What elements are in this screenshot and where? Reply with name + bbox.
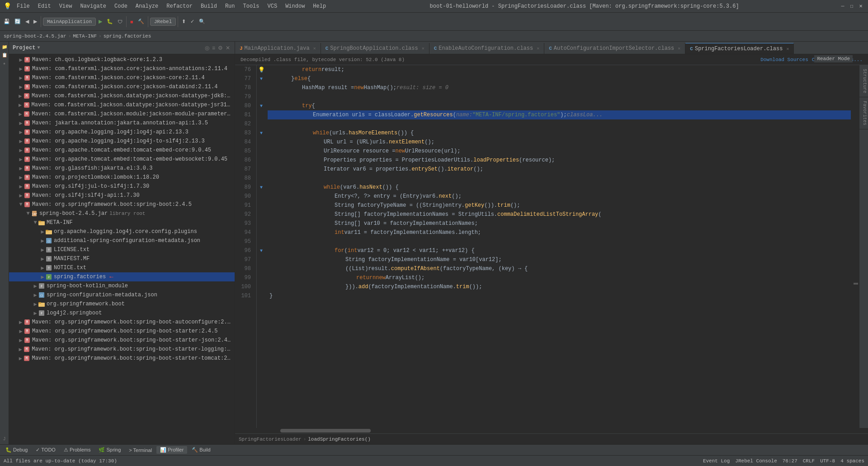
tree-item-boot-autoconfigure[interactable]: ▶MMaven: org.springframework.boot:spring… (9, 318, 235, 327)
tree-item-log4j-slf4j[interactable]: ▶MMaven: org.apache.logging.log4j:log4j-… (9, 137, 235, 146)
tree-item-logback[interactable]: ▶MMaven: ch.qos.logback:logback-core:1.2… (9, 55, 235, 64)
tree-expand-tomcat-embed[interactable]: ▶ (18, 147, 24, 154)
run-config-selector[interactable]: MainApplication (43, 18, 96, 26)
maximize-button[interactable]: □ (848, 3, 855, 10)
tree-expand-slf4j[interactable]: ▶ (18, 192, 24, 199)
download-sources-link[interactable]: Download Sources (760, 57, 808, 62)
menu-item-analyze[interactable]: Analyze (132, 2, 162, 10)
tree-expand-org-springframework-boot[interactable]: ▶ (33, 301, 38, 308)
debug-button[interactable]: 🐛 (105, 15, 115, 28)
editor-tab-3[interactable]: CAutoConfigurationImportSelector.class✕ (544, 43, 685, 54)
panel-locate-button[interactable]: ◎ (204, 44, 210, 52)
editor-breadcrumb-class[interactable]: SpringFactoriesLoader (239, 437, 302, 442)
stop-button[interactable]: ■ (128, 15, 135, 28)
tree-item-jul-slf4j[interactable]: ▶MMaven: org.slf4j:jul-to-slf4j:1.7.30 (9, 182, 235, 191)
build-button[interactable]: 🔨 (136, 15, 146, 28)
tree-item-jackson-core[interactable]: ▶MMaven: com.fasterxml.jackson.core:jack… (9, 73, 235, 82)
tree-expand-boot-starter-logging[interactable]: ▶ (18, 346, 23, 353)
tree-expand-tomcat-ws[interactable]: ▶ (18, 156, 24, 163)
run-with-coverage-button[interactable]: 🛡 (116, 15, 124, 28)
tree-expand-spring-config-meta[interactable]: ▶ (33, 292, 38, 299)
tree-expand-jackson-jsr310[interactable]: ▶ (18, 102, 23, 109)
tree-item-tomcat-ws[interactable]: ▶MMaven: org.apache.tomcat.embed:tomcat-… (9, 155, 235, 164)
tree-expand-jakarta-ann[interactable]: ▶ (18, 120, 24, 127)
fold-icon[interactable]: ▼ (260, 76, 263, 81)
tree-expand-spring-factories[interactable]: ▶ (40, 274, 45, 281)
sync-button[interactable]: 🔄 (13, 15, 23, 28)
tree-item-lombok[interactable]: ▶MMaven: org.projectlombok:lombok:1.18.2… (9, 173, 235, 182)
menu-item-refactor[interactable]: Refactor (163, 2, 196, 10)
menu-item-file[interactable]: File (13, 2, 33, 10)
tree-item-org-springframework-boot[interactable]: ▶org.springframework.boot (9, 300, 235, 309)
tree-item-spring-boot-jar[interactable]: ▼MMaven: org.springframework.boot:spring… (9, 200, 235, 209)
menu-item-edit[interactable]: Edit (34, 2, 55, 10)
tree-item-log4j-api[interactable]: ▶MMaven: org.apache.logging.log4j:log4j-… (9, 128, 235, 137)
tree-item-add-spring-config[interactable]: ▶{}additional-spring-configuration-metad… (9, 236, 235, 245)
breadcrumb-part-2[interactable]: META-INF (73, 33, 97, 39)
panel-settings-button[interactable]: ⚙ (217, 44, 224, 52)
right-tab-favorites[interactable]: Favorites (859, 97, 868, 129)
panel-close-button[interactable]: ✕ (225, 44, 231, 52)
save-all-button[interactable]: 💾 (2, 15, 12, 28)
indent-setting[interactable]: 4 spaces (840, 458, 864, 464)
bottom-btn-debug[interactable]: 🐛 Debug (2, 446, 31, 454)
tree-item-spring-factories[interactable]: ▶Pspring.factories← (9, 272, 235, 281)
bottom-btn-spring[interactable]: 🌿 Spring (95, 446, 124, 454)
tree-expand-jackson-core[interactable]: ▶ (18, 75, 24, 81)
tree-expand-logback[interactable]: ▶ (18, 57, 24, 63)
tree-item-jackson-jsr310[interactable]: ▶MMaven: com.fasterxml.jackson.datatype:… (9, 100, 235, 109)
vcs-commit-button[interactable]: ✓ (189, 15, 196, 28)
tree-item-manifest[interactable]: ▶TMANIFEST.MF (9, 254, 235, 263)
tree-expand-lombok[interactable]: ▶ (18, 174, 24, 181)
menu-item-help[interactable]: Help (309, 2, 330, 10)
editor-tab-1[interactable]: CSpringBootApplication.class✕ (321, 43, 429, 54)
tree-item-boot-starter-logging[interactable]: ▶MMaven: org.springframework.boot:spring… (9, 345, 235, 354)
tree-item-boot-starter[interactable]: ▶MMaven: org.springframework.boot:spring… (9, 327, 235, 336)
tree-expand-jackson-module[interactable]: ▶ (18, 111, 23, 118)
breadcrumb-part-3[interactable]: spring.factories (104, 33, 151, 39)
minimize-button[interactable]: ─ (839, 3, 846, 10)
bottom-btn-todo[interactable]: ✓ TODO (32, 446, 59, 454)
reader-mode-button[interactable]: Reader Mode (814, 55, 853, 62)
tab-close-1[interactable]: ✕ (422, 46, 425, 51)
tree-expand-boot-starter[interactable]: ▶ (18, 328, 24, 335)
jrebel-console-button[interactable]: JRebel Console (735, 458, 777, 464)
tree-item-slf4j[interactable]: ▶MMaven: org.slf4j:slf4j-api:1.7.30 (9, 191, 235, 200)
menu-item-build[interactable]: Build (197, 2, 221, 10)
run-button[interactable]: ▶ (97, 15, 104, 28)
bulb-icon[interactable]: 💡 (258, 67, 265, 73)
tree-item-tomcat-embed[interactable]: ▶MMaven: org.apache.tomcat.embed:tomcat-… (9, 146, 235, 155)
menu-item-window[interactable]: Window (282, 2, 308, 10)
tree-expand-license[interactable]: ▶ (40, 247, 45, 253)
tree-expand-jackson-jdk8[interactable]: ▶ (18, 93, 23, 100)
tree-expand-jul-slf4j[interactable]: ▶ (18, 183, 24, 190)
menu-item-tools[interactable]: Tools (240, 2, 263, 10)
sidebar-icon-jrebel[interactable]: J (1, 435, 8, 442)
tree-item-jackson-jdk8[interactable]: ▶MMaven: com.fasterxml.jackson.datatype:… (9, 91, 235, 100)
tree-item-meta-inf[interactable]: ▼META-INF (9, 218, 235, 227)
tree-item-license[interactable]: ▶TLICENSE.txt (9, 245, 235, 254)
bottom-btn-terminal[interactable]: > Terminal (125, 447, 156, 454)
editor-tab-4[interactable]: CSpringFactoriesLoader.class✕ (685, 43, 794, 54)
tree-expand-manifest[interactable]: ▶ (40, 256, 45, 262)
line-ending[interactable]: CRLF (803, 458, 815, 464)
tree-item-spring-kotlin[interactable]: ▶Fspring-boot-kotlin_module (9, 281, 235, 290)
event-log-button[interactable]: Event Log (703, 458, 730, 464)
tree-expand-log4j-slf4j[interactable]: ▶ (18, 138, 24, 145)
code-editor[interactable]: return result;} else {HashMap result = n… (266, 65, 853, 428)
tree-expand-spring-boot-jar[interactable]: ▼ (18, 201, 24, 208)
encoding[interactable]: UTF-8 (820, 458, 835, 464)
tree-expand-spring-boot-245[interactable]: ▼ (25, 210, 31, 217)
tree-item-log4j2-boot[interactable]: ▶Flog4j2.springboot (9, 309, 235, 318)
editor-breadcrumb-method[interactable]: loadSpringFactories() (308, 437, 371, 442)
bottom-btn-problems[interactable]: ⚠ Problems (60, 446, 94, 454)
tree-item-log4j-plugins[interactable]: ▶org.apache.logging.log4j.core.config.pl… (9, 227, 235, 236)
tree-item-spring-boot-245[interactable]: ▼jarspring-boot-2.4.5.jarlibrary root (9, 209, 235, 218)
sidebar-icon-project[interactable]: 📁 (1, 43, 8, 51)
panel-collapse-button[interactable]: ≡ (211, 44, 216, 52)
menu-item-view[interactable]: View (56, 2, 76, 10)
vcs-update-button[interactable]: ⬆ (180, 15, 188, 28)
tree-item-jackson-ann[interactable]: ▶MMaven: com.fasterxml.jackson.core:jack… (9, 64, 235, 73)
tree-item-glassfish[interactable]: ▶MMaven: org.glassfish:jakarta.el:3.0.3 (9, 164, 235, 173)
close-button[interactable]: ✕ (857, 3, 864, 10)
